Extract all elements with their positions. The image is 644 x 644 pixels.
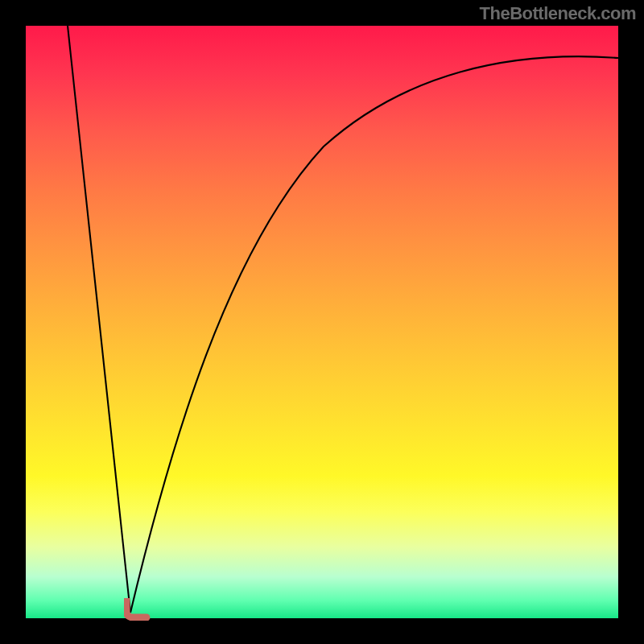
curve-layer (26, 26, 618, 618)
plot-area (26, 26, 618, 618)
bottleneck-curve-right (130, 56, 618, 613)
chart-container: TheBottleneck.com (0, 0, 644, 644)
attribution-text: TheBottleneck.com (480, 3, 636, 24)
bottleneck-curve-left (68, 26, 130, 613)
